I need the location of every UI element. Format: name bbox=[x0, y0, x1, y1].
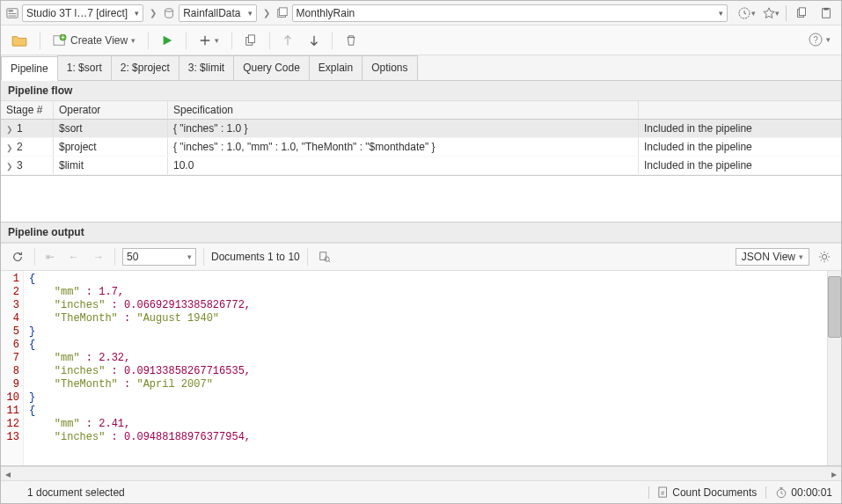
tab-2-project[interactable]: 2: $project bbox=[111, 55, 179, 80]
elapsed-time: 00:00:01 bbox=[765, 486, 832, 499]
svg-rect-15 bbox=[249, 34, 255, 42]
vertical-scrollbar[interactable] bbox=[827, 271, 841, 465]
pipeline-flow-header: Pipeline flow bbox=[1, 81, 841, 101]
spec-cell: 10.0 bbox=[168, 157, 639, 174]
svg-rect-1 bbox=[9, 10, 13, 11]
count-documents-label: Count Documents bbox=[672, 486, 757, 499]
stage-num: ❯1 bbox=[1, 120, 54, 137]
chevron-down-icon: ▾ bbox=[245, 9, 253, 18]
separator bbox=[332, 32, 333, 49]
col-status[interactable] bbox=[639, 101, 841, 119]
page-size-value: 50 bbox=[127, 251, 138, 263]
run-button[interactable] bbox=[157, 33, 177, 48]
settings-button[interactable] bbox=[815, 249, 834, 265]
status-cell: Included in the pipeline bbox=[639, 138, 841, 156]
chevron-down-icon: ▾ bbox=[187, 252, 192, 261]
delete-stage-button[interactable] bbox=[341, 33, 361, 48]
move-up-button[interactable] bbox=[279, 33, 297, 48]
collection-selector[interactable]: MonthlyRain ▾ bbox=[292, 4, 728, 22]
operator-cell: $limit bbox=[54, 157, 168, 174]
tab-3-limit[interactable]: 3: $limit bbox=[179, 55, 234, 80]
add-stage-button[interactable]: ▾ bbox=[195, 33, 223, 48]
horizontal-scrollbar[interactable]: ◂ ▸ bbox=[1, 466, 841, 480]
pipeline-flow-table: Stage # Operator Specification ❯1$sort{ … bbox=[1, 101, 841, 176]
status-bar: 1 document selected # Count Documents 00… bbox=[1, 480, 841, 503]
tab-pipeline[interactable]: Pipeline bbox=[1, 56, 58, 81]
document-range: Documents 1 to 10 bbox=[211, 251, 300, 263]
pipeline-tabs: Pipeline1: $sort2: $project3: $limitQuer… bbox=[1, 55, 841, 81]
elapsed-value: 00:00:01 bbox=[791, 486, 832, 499]
move-down-button[interactable] bbox=[305, 33, 323, 48]
history-icon[interactable]: ▾ bbox=[736, 4, 756, 22]
chevron-right-icon: ❯ bbox=[147, 8, 159, 18]
expand-icon[interactable]: ❯ bbox=[6, 125, 13, 134]
expand-icon[interactable]: ❯ bbox=[6, 162, 13, 171]
col-spec[interactable]: Specification bbox=[168, 101, 639, 119]
chevron-right-icon: ❯ bbox=[260, 8, 273, 18]
operator-cell: $sort bbox=[54, 120, 168, 137]
table-row[interactable]: ❯2$project{ "inches" : 1.0, "mm" : 1.0, … bbox=[1, 138, 841, 157]
refresh-button[interactable] bbox=[8, 249, 27, 265]
status-cell: Included in the pipeline bbox=[639, 120, 841, 137]
svg-text:?: ? bbox=[813, 35, 818, 45]
scroll-left-icon[interactable]: ◂ bbox=[1, 467, 15, 480]
stage-num: ❯3 bbox=[1, 157, 54, 174]
database-selector[interactable]: RainfallData ▾ bbox=[179, 4, 256, 22]
next-page-button[interactable]: → bbox=[90, 249, 107, 265]
view-mode-value: JSON View bbox=[742, 251, 795, 263]
chevron-down-icon: ▾ bbox=[799, 252, 803, 261]
connection-name: Studio 3T l…7 [direct] bbox=[26, 7, 128, 19]
separator bbox=[186, 32, 187, 49]
table-row[interactable]: ❯3$limit10.0Included in the pipeline bbox=[1, 157, 841, 175]
prev-page-button[interactable]: ← bbox=[65, 249, 83, 265]
connection-selector[interactable]: Studio 3T l…7 [direct] ▾ bbox=[22, 4, 143, 22]
copy-icon[interactable] bbox=[792, 4, 811, 22]
svg-rect-2 bbox=[9, 13, 17, 14]
paste-icon[interactable] bbox=[816, 4, 836, 22]
line-gutter: 12345678910111213 bbox=[1, 271, 24, 465]
scroll-thumb[interactable] bbox=[828, 276, 841, 338]
chevron-down-icon: ▾ bbox=[826, 35, 831, 44]
open-file-button[interactable] bbox=[8, 33, 31, 48]
find-button[interactable] bbox=[315, 249, 334, 265]
svg-rect-3 bbox=[9, 15, 17, 16]
svg-rect-11 bbox=[824, 7, 828, 10]
separator bbox=[786, 5, 787, 21]
help-button[interactable]: ? ▾ bbox=[805, 31, 834, 48]
collection-name: MonthlyRain bbox=[297, 7, 355, 19]
separator bbox=[114, 248, 115, 266]
separator bbox=[34, 248, 35, 266]
json-viewer[interactable]: 12345678910111213 { "mm" : 1.7, "inches"… bbox=[1, 271, 841, 466]
database-icon bbox=[163, 7, 175, 19]
chevron-down-icon: ▾ bbox=[131, 36, 135, 45]
tab-options[interactable]: Options bbox=[362, 55, 417, 80]
first-page-button[interactable]: ⇤ bbox=[42, 249, 58, 265]
tab-explain[interactable]: Explain bbox=[309, 55, 362, 80]
pipeline-output-header: Pipeline output bbox=[1, 222, 841, 243]
col-stage[interactable]: Stage # bbox=[1, 101, 54, 119]
count-documents-button[interactable]: # Count Documents bbox=[648, 486, 757, 499]
main-toolbar: Create View ▾ ▾ ? ▾ bbox=[1, 26, 841, 55]
star-icon[interactable]: ▾ bbox=[761, 4, 780, 22]
view-mode-select[interactable]: JSON View ▾ bbox=[736, 248, 809, 266]
separator bbox=[148, 32, 149, 49]
tab-query-code[interactable]: Query Code bbox=[233, 55, 310, 80]
separator bbox=[203, 248, 204, 266]
separator bbox=[40, 32, 40, 49]
table-row[interactable]: ❯1$sort{ "inches" : 1.0 }Included in the… bbox=[1, 120, 841, 138]
tab-1-sort[interactable]: 1: $sort bbox=[57, 55, 112, 80]
page-size-select[interactable]: 50 ▾ bbox=[122, 248, 196, 266]
stage-num: ❯2 bbox=[1, 138, 54, 156]
breadcrumb-bar: Studio 3T l…7 [direct] ▾ ❯ RainfallData … bbox=[1, 1, 841, 26]
chevron-down-icon: ▾ bbox=[215, 36, 219, 45]
code-content[interactable]: { "mm" : 1.7, "inches" : 0.0669291338582… bbox=[24, 271, 827, 465]
expand-icon[interactable]: ❯ bbox=[6, 143, 13, 152]
chevron-down-icon: ▾ bbox=[131, 9, 139, 18]
status-cell: Included in the pipeline bbox=[639, 157, 841, 174]
separator bbox=[231, 32, 232, 49]
database-name: RainfallData bbox=[183, 7, 240, 19]
col-operator[interactable]: Operator bbox=[54, 101, 168, 119]
scroll-right-icon[interactable]: ▸ bbox=[827, 467, 841, 480]
create-view-button[interactable]: Create View ▾ bbox=[49, 33, 139, 48]
duplicate-stage-button[interactable] bbox=[241, 33, 260, 48]
